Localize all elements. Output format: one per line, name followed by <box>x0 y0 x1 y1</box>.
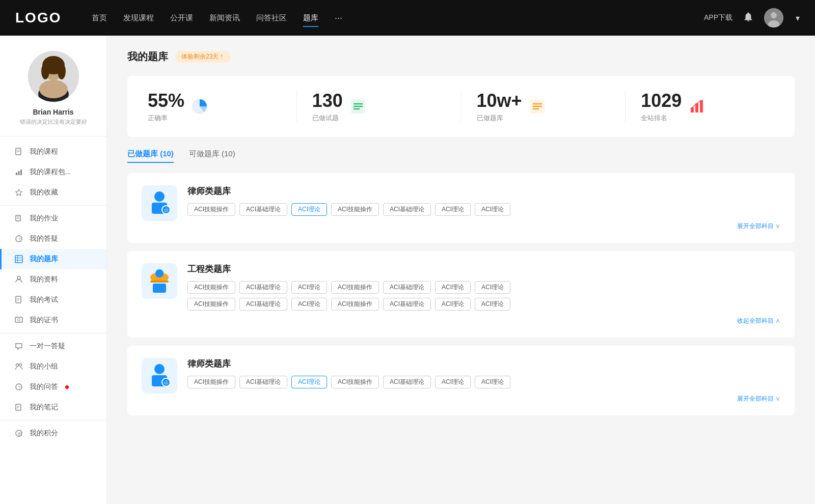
chart-icon <box>14 167 23 177</box>
qbank-title-lawyer: 律师类题库 <box>187 185 780 197</box>
tag-0-0[interactable]: ACI技能操作 <box>187 203 235 216</box>
sidebar-label-course: 我的课程 <box>30 147 58 156</box>
tag-1-r2-2[interactable]: ACI理论 <box>291 298 327 311</box>
svg-rect-13 <box>16 173 17 175</box>
tag-1-r2-1[interactable]: ACI基础理论 <box>239 298 287 311</box>
tag-0-5[interactable]: ACI理论 <box>435 203 471 216</box>
sidebar-label-exam: 我的考试 <box>30 295 58 304</box>
tag-2-0[interactable]: ACI技能操作 <box>187 376 235 388</box>
svg-rect-63 <box>153 284 166 293</box>
nav-question-bank[interactable]: 题库 <box>303 13 318 23</box>
lawyer2-icon-wrap: ✓ <box>142 358 177 394</box>
sidebar-item-coursepack[interactable]: 我的课程包... <box>0 162 106 182</box>
tag-2-4[interactable]: ACI基础理论 <box>383 376 431 388</box>
profile-avatar <box>28 51 79 102</box>
svg-marker-16 <box>16 189 22 195</box>
sidebar-item-qbank[interactable]: 我的题库 <box>0 249 106 269</box>
sidebar-item-favorites[interactable]: 我的收藏 <box>0 182 106 203</box>
svg-rect-14 <box>18 171 20 175</box>
sidebar-item-questions[interactable]: ? 我的问答 <box>0 377 106 397</box>
tag-2-3[interactable]: ACI技能操作 <box>331 376 379 388</box>
stat-done-questions: 130 已做试题 <box>312 90 461 123</box>
qbank-card-engineer: 工程类题库 ACI技能操作 ACI基础理论 ACI理论 ACI技能操作 ACI基… <box>127 251 795 338</box>
nav-right: APP下载 ▾ <box>704 8 800 27</box>
page-header: 我的题库 体验剩余23天！ <box>127 50 795 64</box>
nav-more[interactable]: ··· <box>335 13 342 23</box>
svg-point-32 <box>16 364 19 367</box>
tag-1-r2-0[interactable]: ACI技能操作 <box>187 298 235 311</box>
stat-accuracy: 55% 正确率 <box>148 90 297 123</box>
tag-1-r2-4[interactable]: ACI基础理论 <box>383 298 431 311</box>
expand-lawyer2[interactable]: 展开全部科目 ∨ <box>737 395 780 403</box>
sidebar-item-1on1[interactable]: 一对一答疑 <box>0 336 106 356</box>
sidebar-item-profile[interactable]: 我的资料 <box>0 269 106 290</box>
tab-available[interactable]: 可做题库 (10) <box>189 149 235 163</box>
qbank-card-lawyer2: ✓ 律师类题库 ACI技能操作 ACI基础理论 ACI理论 ACI技能操作 AC… <box>127 346 795 415</box>
app-download-btn[interactable]: APP下载 <box>704 13 732 22</box>
list-orange-icon <box>528 97 547 116</box>
tag-2-6[interactable]: ACI理论 <box>475 376 510 388</box>
user-icon <box>14 275 23 284</box>
qbank-card-lawyer: ✓ 律师类题库 ACI技能操作 ACI基础理论 ACI理论 ACI技能操作 AC… <box>127 173 795 243</box>
qbank-tags-engineer-row1: ACI技能操作 ACI基础理论 ACI理论 ACI技能操作 ACI基础理论 AC… <box>187 281 780 294</box>
tag-0-3[interactable]: ACI技能操作 <box>331 203 379 216</box>
sidebar-item-course[interactable]: 我的课程 <box>0 142 106 162</box>
stat-accuracy-value: 55% <box>148 90 184 111</box>
sidebar-item-cert[interactable]: 我的证书 <box>0 310 106 330</box>
tag-1-r2-3[interactable]: ACI技能操作 <box>331 298 379 311</box>
table-icon <box>14 255 23 264</box>
nav-home[interactable]: 首页 <box>92 13 107 23</box>
sidebar-item-exam[interactable]: 我的考试 <box>0 290 106 310</box>
nav-qa[interactable]: 问答社区 <box>256 13 287 23</box>
tabs-row: 已做题库 (10) 可做题库 (10) <box>127 149 795 163</box>
notification-bell[interactable] <box>743 11 754 24</box>
qbank-header-lawyer: ✓ 律师类题库 ACI技能操作 ACI基础理论 ACI理论 ACI技能操作 AC… <box>142 185 780 231</box>
nav-open-course[interactable]: 公开课 <box>170 13 193 23</box>
svg-point-1 <box>771 12 777 18</box>
tag-1-3[interactable]: ACI技能操作 <box>331 281 379 294</box>
sidebar-menu: 我的课程 我的课程包... 我的收藏 <box>0 136 106 449</box>
sidebar-item-group[interactable]: 我的小组 <box>0 356 106 377</box>
edit-icon <box>14 214 23 223</box>
stats-row: 55% 正确率 130 已做试题 <box>127 76 795 137</box>
tag-1-1[interactable]: ACI基础理论 <box>239 281 287 294</box>
stat-done-value: 130 <box>312 90 343 111</box>
tab-done[interactable]: 已做题库 (10) <box>127 149 174 163</box>
svg-point-54 <box>154 191 165 202</box>
tag-1-2[interactable]: ACI理论 <box>291 281 327 294</box>
nav-discover[interactable]: 发现课程 <box>123 13 154 23</box>
tag-1-r2-6[interactable]: ACI理论 <box>475 298 510 311</box>
doc-icon <box>14 295 23 304</box>
nav-news[interactable]: 新闻资讯 <box>209 13 240 23</box>
sidebar-item-myqa[interactable]: ? 我的答疑 <box>0 229 106 249</box>
collapse-engineer[interactable]: 收起全部科目 ∧ <box>737 317 780 325</box>
tag-1-5[interactable]: ACI理论 <box>435 281 471 294</box>
tag-2-5[interactable]: ACI理论 <box>435 376 471 388</box>
stat-rank-value: 1029 <box>641 90 682 111</box>
tag-2-2[interactable]: ACI理论 <box>291 376 327 388</box>
tag-0-4[interactable]: ACI基础理论 <box>383 203 431 216</box>
svg-text:积: 积 <box>18 432 22 436</box>
sidebar-item-homework[interactable]: 我的作业 <box>0 208 106 229</box>
tag-1-r2-5[interactable]: ACI理论 <box>435 298 471 311</box>
tag-1-0[interactable]: ACI技能操作 <box>187 281 235 294</box>
qbank-footer-engineer: 收起全部科目 ∧ <box>187 317 780 325</box>
stat-done-banks: 10w+ 已做题库 <box>477 90 626 123</box>
tag-1-6[interactable]: ACI理论 <box>475 281 510 294</box>
tag-0-2[interactable]: ACI理论 <box>291 203 327 216</box>
expand-lawyer[interactable]: 展开全部科目 ∨ <box>737 222 780 231</box>
tag-1-4[interactable]: ACI基础理论 <box>383 281 431 294</box>
qbank-tags-engineer-row2: ACI技能操作 ACI基础理论 ACI理论 ACI技能操作 ACI基础理论 AC… <box>187 298 780 311</box>
sidebar-item-notes[interactable]: 我的笔记 <box>0 397 106 417</box>
bar-red-icon <box>688 97 706 116</box>
avatar[interactable] <box>764 8 783 27</box>
tag-2-1[interactable]: ACI基础理论 <box>239 376 287 388</box>
sidebar-label-qbank: 我的题库 <box>30 255 58 264</box>
tag-0-6[interactable]: ACI理论 <box>475 203 510 216</box>
svg-rect-52 <box>700 100 703 113</box>
tag-0-1[interactable]: ACI基础理论 <box>239 203 287 216</box>
group-icon <box>14 362 23 371</box>
sidebar-item-points[interactable]: 积 我的积分 <box>0 423 106 443</box>
qbank-tags-lawyer: ACI技能操作 ACI基础理论 ACI理论 ACI技能操作 ACI基础理论 AC… <box>187 203 780 216</box>
user-dropdown-arrow[interactable]: ▾ <box>796 13 800 23</box>
